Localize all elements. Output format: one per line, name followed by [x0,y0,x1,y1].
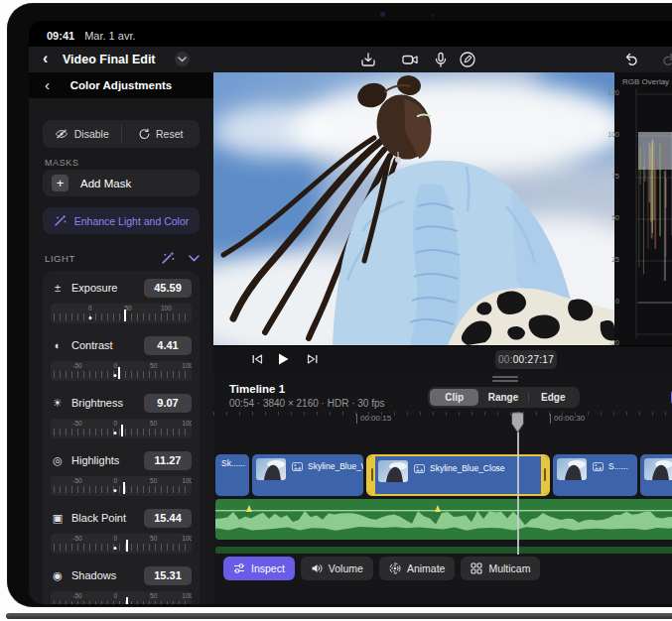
volume-button[interactable]: Volume [301,557,373,580]
scope-waveform [614,72,672,345]
slider-ruler[interactable]: -50050100 [51,534,192,554]
slider-label-row: ◎Highlights11.27 [51,449,192,471]
ruler-ticks [54,313,189,320]
add-mask-button[interactable]: + Add Mask [43,170,200,196]
slider-value[interactable]: 45.59 [144,279,192,298]
undo-button[interactable] [622,51,640,68]
timeline-clip[interactable]: Skyline_Blue_Wide [252,454,363,496]
ruler-tick-label: 50 [150,420,157,427]
slider-ruler[interactable]: -50050100 [51,591,192,604]
auto-enhance-icon[interactable] [161,251,175,265]
ruler-zero-dot [114,489,117,492]
ruler-tick-label: 50 [150,592,157,599]
animate-circles-icon [389,562,401,574]
light-section-header: LIGHT [45,249,200,267]
pencil-icon [459,51,476,68]
status-date: Mar. 1 avr. [84,30,135,42]
ruler-zero-dot [88,316,91,319]
inspect-button[interactable]: Inspect [223,557,295,580]
brightness-icon: ☀ [51,397,65,410]
clip-label: Skyline_Blue_Close [430,463,505,473]
enhance-light-color-button[interactable]: Enhance Light and Color [43,207,200,234]
magic-wand-icon [54,214,67,227]
slider-thumb[interactable] [123,482,125,494]
timeline-clip[interactable] [640,454,672,496]
slider-ruler[interactable]: 050100 [51,304,192,323]
redo-icon [660,51,672,68]
panel-drag-handle[interactable] [492,376,518,378]
slider-thumb[interactable] [126,540,128,552]
animate-button[interactable]: Animate [379,557,456,580]
slider-ruler[interactable]: -50050100 [51,476,192,496]
disable-button[interactable]: Disable [43,120,121,148]
slider-label-row: ±Exposure45.59 [51,277,192,299]
slider-label: Exposure [71,282,137,294]
light-slider-group: ◉Shadows15.31-50050100 [51,564,192,604]
ruler-zero-dot [114,374,117,377]
enhance-label: Enhance Light and Color [74,215,190,227]
ruler-zero-dot [114,547,117,550]
redo-button[interactable] [660,51,672,68]
reset-button[interactable]: Reset [122,120,201,148]
panel-drag-handle2[interactable] [492,380,518,382]
slider-value[interactable]: 11.27 [144,451,192,470]
timeline-clip[interactable]: S...... [553,454,637,496]
timeline-clip[interactable]: Skyline_Blue_Close [366,454,550,496]
video-frame-image [213,72,614,345]
tool-label: Animate [407,562,446,574]
slider-label: Contrast [71,339,137,351]
import-button[interactable] [359,51,377,68]
voiceover-button[interactable] [432,51,450,68]
clip-trim-handle-left[interactable] [368,456,375,494]
ruler-tick-label: 0 [114,420,118,427]
ruler-ticks [54,544,189,551]
black-point-icon: ▣ [51,512,65,525]
ruler-tick-label: 0 [114,535,118,542]
slider-value[interactable]: 15.31 [144,566,192,585]
tool-label: Multicam [488,562,530,574]
skip-back-button[interactable] [249,351,265,367]
pencil-tools-button[interactable] [459,51,476,68]
ruler-tick-label: -50 [72,592,81,599]
slider-label-row: ▣Black Point15.44 [51,507,192,529]
slider-thumb[interactable] [121,425,123,436]
plus-icon: + [52,175,68,191]
project-title[interactable]: Video Final Edit [63,53,156,66]
audio-track-clip[interactable] [215,499,672,540]
slider-ruler[interactable]: -50050100 [51,419,192,438]
collapse-chevron-icon[interactable] [189,255,200,262]
playhead-handle[interactable] [511,412,524,437]
timeline-ruler[interactable]: 00:00:1500:00:30 [213,412,672,430]
video-preview [213,72,614,345]
title-dropdown-button[interactable] [175,52,190,66]
slider-thumb[interactable] [124,310,126,321]
clip-label: S...... [608,461,628,471]
slider-value[interactable]: 4.41 [144,336,192,355]
video-track: Sk......Skyline_Blue_WideSkyline_Blue_Cl… [215,454,672,496]
skip-forward-button[interactable] [305,351,321,367]
mic-icon [432,51,450,68]
slider-ruler[interactable]: -50050100 [51,361,192,381]
multicam-button[interactable]: Multicam [461,557,540,580]
timeline-clip[interactable]: Sk...... [215,454,249,496]
eye-off-icon [55,129,68,139]
back-chevron-icon[interactable]: ‹ [43,50,48,67]
mode-segment-edge[interactable]: Edge [529,389,578,406]
clip-trim-handle-right[interactable] [541,456,548,494]
panel-title: Color Adjustments [29,79,213,91]
slider-thumb[interactable] [126,597,128,604]
add-mask-label: Add Mask [80,178,131,189]
timecode-value: 00:27:17 [513,354,554,365]
ruler-tick-label: 0 [114,477,118,484]
record-button[interactable] [401,51,419,68]
mode-segment-clip[interactable]: Clip [430,389,478,406]
audio-track-2[interactable] [215,547,672,554]
multicam-grid-icon [470,562,482,574]
slider-value[interactable]: 9.07 [144,394,192,413]
play-button[interactable] [275,351,291,367]
mode-segment-range[interactable]: Range [478,389,527,406]
ruler-tick-label: 50 [150,477,157,484]
ruler-tick-label: -50 [72,362,81,369]
slider-thumb[interactable] [118,367,120,379]
slider-value[interactable]: 15.44 [144,509,192,528]
